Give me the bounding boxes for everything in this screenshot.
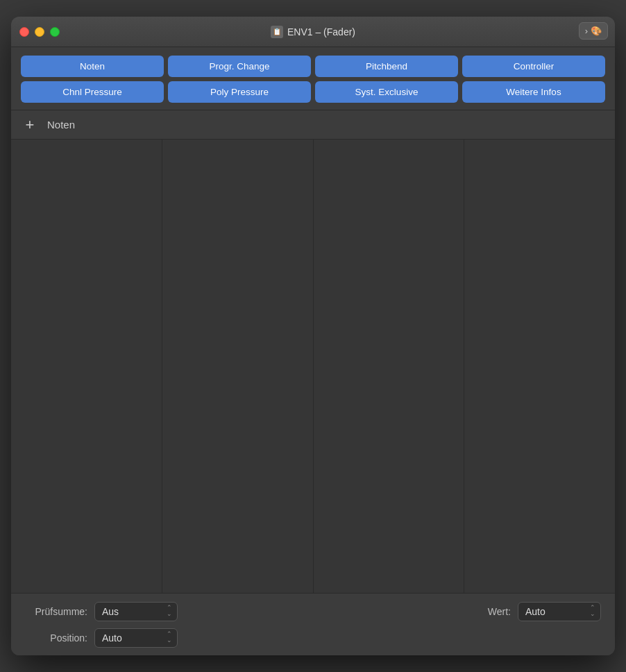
wert-group: Wert: Auto Manuell	[448, 602, 601, 621]
minimize-button[interactable]	[35, 27, 44, 37]
column-3	[314, 140, 465, 593]
palette-icon: 🎨	[591, 26, 602, 36]
progr-change-button[interactable]: Progr. Change	[168, 56, 311, 77]
position-label: Position:	[25, 632, 87, 644]
arrow-palette-button[interactable]: › 🎨	[579, 22, 608, 40]
pitchbend-button[interactable]: Pitchbend	[315, 56, 458, 77]
title-icon: 📋	[271, 26, 283, 38]
syst-exclusive-button[interactable]: Syst. Exclusive	[315, 81, 458, 103]
controller-button[interactable]: Controller	[462, 56, 605, 77]
add-button[interactable]: +	[21, 116, 39, 134]
arrow-icon: ›	[585, 26, 588, 36]
control-row-1: Prüfsumme: Aus Ein Wert: Auto Manuell	[25, 602, 601, 621]
weitere-infos-button[interactable]: Weitere Infos	[462, 81, 605, 103]
midi-button-grid: Noten Progr. Change Pitchbend Controller…	[21, 56, 605, 103]
section-header: + Noten	[11, 110, 615, 140]
traffic-lights	[19, 27, 60, 37]
midi-toolbar: Noten Progr. Change Pitchbend Controller…	[11, 47, 615, 110]
position-select[interactable]: Auto Manuell	[94, 628, 178, 648]
top-right-controls: › 🎨	[579, 22, 608, 40]
section-title: Noten	[47, 119, 75, 131]
wert-label: Wert:	[448, 606, 511, 617]
column-1	[11, 140, 162, 593]
prufsumme-select[interactable]: Aus Ein	[94, 602, 178, 621]
wert-select-wrapper: Auto Manuell	[518, 602, 601, 621]
window-title: 📋 ENV1 – (Fader)	[271, 26, 355, 38]
column-2	[162, 140, 314, 593]
control-row-2: Position: Auto Manuell	[25, 628, 601, 648]
wert-select[interactable]: Auto Manuell	[518, 602, 601, 621]
noten-button[interactable]: Noten	[21, 56, 164, 77]
titlebar: 📋 ENV1 – (Fader) › 🎨	[11, 17, 615, 47]
main-content	[11, 140, 615, 593]
main-window: 📋 ENV1 – (Fader) › 🎨 Noten Progr. Change…	[11, 17, 615, 655]
maximize-button[interactable]	[50, 27, 60, 37]
prufsumme-select-wrapper: Aus Ein	[94, 602, 178, 621]
chnl-pressure-button[interactable]: Chnl Pressure	[21, 81, 164, 103]
bottom-controls: Prüfsumme: Aus Ein Wert: Auto Manuell Po…	[11, 593, 615, 655]
poly-pressure-button[interactable]: Poly Pressure	[168, 81, 311, 103]
prufsumme-label: Prüfsumme:	[25, 606, 87, 617]
column-4	[464, 140, 615, 593]
position-select-wrapper: Auto Manuell	[94, 628, 178, 648]
close-button[interactable]	[19, 27, 29, 37]
